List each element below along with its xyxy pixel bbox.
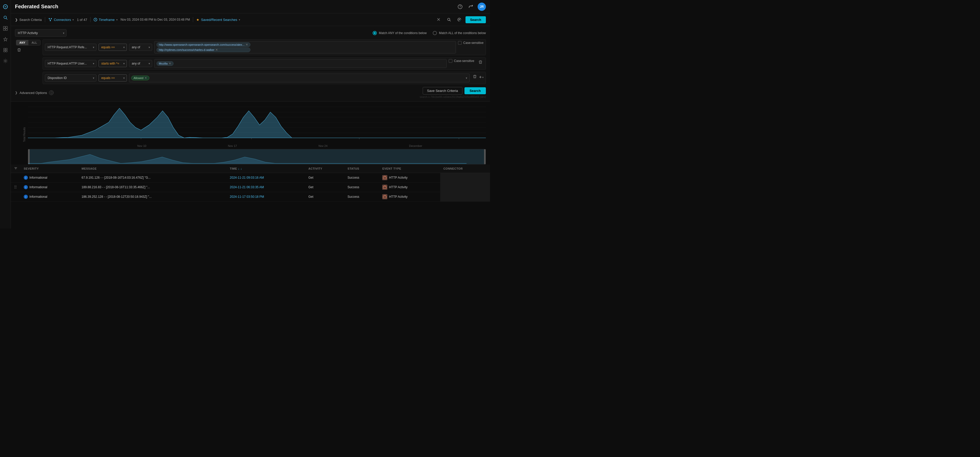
chevron-down-icon2: ▾	[116, 18, 118, 21]
value-tag-3-1[interactable]: Allowed ✕	[131, 76, 150, 80]
table-row[interactable]: i Informational 186.39.252.128 - - [2018…	[11, 192, 490, 201]
time-link-1[interactable]: 2024-11-21 09:03:16 AM	[230, 176, 264, 179]
save-search-button[interactable]: Save Search Criteria	[423, 87, 462, 94]
cell-time-1[interactable]: 2024-11-21 09:03:16 AM	[227, 173, 305, 182]
conditions-list: HTTP Request.HTTP Refe... equals ==	[43, 39, 486, 84]
cell-event-type-2: HTTP Activity	[379, 182, 440, 192]
time-link-3[interactable]: 2024-11-17 03:50:18 PM	[230, 195, 264, 198]
search-icon[interactable]	[445, 16, 453, 24]
field-select-1[interactable]: HTTP Request.HTTP Refe...	[45, 44, 97, 51]
sidebar-icon-logo[interactable]	[1, 2, 10, 11]
cell-time-2[interactable]: 2024-11-21 06:33:35 AM	[227, 182, 305, 192]
avatar[interactable]: JR	[477, 3, 486, 11]
divider3	[193, 17, 193, 22]
tag-close-3-1[interactable]: ✕	[145, 77, 147, 80]
info-icon[interactable]: ⓘ	[49, 90, 54, 95]
match-any-option[interactable]: Match ANY of the conditions below	[373, 31, 426, 35]
value-tag-1-2[interactable]: http://nytimes.com/success/charles-d-wal…	[156, 48, 251, 52]
sidebar-item-star[interactable]	[1, 35, 10, 44]
info-circle-2: i	[24, 185, 28, 189]
close-icon[interactable]: ✕	[434, 16, 443, 24]
modifier-select-1[interactable]: any of all of	[129, 44, 152, 51]
field-select-wrapper-2: HTTP Request.HTTP User...	[45, 60, 97, 67]
match-any-radio[interactable]	[373, 31, 377, 35]
saved-searches-button[interactable]: ★ Saved/Recent Searches ▾	[196, 18, 240, 22]
delete-condition-2-btn[interactable]	[477, 59, 484, 66]
add-criteria-icon[interactable]: +	[455, 16, 463, 24]
cell-message-1: 67.9.191.126 - - [2018-08-16T14:03:16.47…	[78, 173, 227, 182]
advanced-options-label[interactable]: Advanced Options	[20, 91, 47, 95]
sidebar-item-search[interactable]	[1, 13, 10, 22]
table-row[interactable]: ⠿ i Informational 189.88.216.83 - - [201…	[11, 182, 490, 192]
match-all-radio[interactable]	[433, 31, 437, 35]
values-area-1[interactable]: http://www.opensearch-opensearch-opensea…	[154, 41, 456, 53]
connector-cell-1: HTTP Activity	[382, 175, 437, 180]
condition-row-2: HTTP Request.HTTP User... starts with ^=	[43, 58, 486, 70]
svg-marker-42	[28, 108, 486, 138]
dropdown-arrow-3: ▾	[466, 77, 467, 80]
any-all-toggle: ANY ALL	[16, 40, 40, 45]
sidebar-item-settings[interactable]	[1, 56, 10, 66]
match-any-radio-inner	[374, 32, 376, 34]
col-filter[interactable]	[11, 165, 21, 173]
values-area-2[interactable]: Mozilla ✕	[154, 59, 447, 68]
values-area-3[interactable]: Allowed ✕ ▾	[129, 74, 470, 82]
connectors-button[interactable]: Connectors ▾	[48, 18, 74, 22]
share-icon[interactable]	[467, 3, 475, 11]
row-expand-3[interactable]	[11, 192, 21, 201]
search-criteria-toggle[interactable]: ❯ Search Criteria	[15, 18, 42, 22]
operator-select-2[interactable]: starts with ^=	[99, 60, 127, 67]
help-icon[interactable]: ?	[456, 3, 464, 11]
timeframe-button[interactable]: Timeframe ▾	[94, 18, 118, 22]
any-btn[interactable]: ANY	[16, 40, 29, 45]
modifier-select-2[interactable]: any of all of	[129, 60, 152, 67]
event-type-text-1: HTTP Activity	[389, 176, 407, 179]
value-tag-1-1[interactable]: http://www.opensearch-opensearch-opensea…	[156, 42, 251, 47]
row-expand-1[interactable]	[11, 173, 21, 182]
x-label-nov17: Nov 17	[228, 144, 237, 147]
cell-message-3: 186.39.252.128 - - [2018-08-12T20:50:18.…	[78, 192, 227, 201]
value-tag-2-1[interactable]: Mozilla ✕	[156, 61, 173, 66]
sidebar-item-puzzle[interactable]	[1, 45, 10, 55]
field-select-2[interactable]: HTTP Request.HTTP User...	[45, 60, 97, 67]
cell-status-2: Success	[345, 182, 379, 192]
case-sensitive-checkbox-2[interactable]	[449, 59, 452, 63]
all-btn[interactable]: ALL	[29, 40, 40, 45]
svg-text:?: ?	[459, 5, 461, 8]
chart-timeline[interactable]	[28, 149, 486, 165]
operator-select-3[interactable]: equals ==	[99, 74, 127, 81]
case-sensitive-2: Case-sensitive	[449, 59, 474, 63]
time-link-2[interactable]: 2024-11-21 06:33:35 AM	[230, 185, 264, 189]
col-time[interactable]: TIME ↓	[227, 165, 305, 173]
operator-select-wrapper-3: equals ==	[99, 74, 127, 81]
match-all-option[interactable]: Match ALL of the conditions below	[433, 31, 486, 35]
row-expand-2[interactable]: ⠿	[11, 182, 21, 192]
case-sensitive-checkbox-1[interactable]	[458, 41, 461, 45]
activity-select[interactable]: HTTP Activity DNS Activity Email Activit…	[15, 29, 67, 37]
tag-close-2-1[interactable]: ✕	[169, 62, 171, 65]
tag-close-1-1[interactable]: ✕	[245, 43, 248, 46]
severity-badge-1: i Informational	[24, 176, 75, 180]
table-row[interactable]: i Informational 67.9.191.126 - - [2018-0…	[11, 173, 490, 182]
delete-group-btn[interactable]	[16, 47, 22, 54]
results-table[interactable]: SEVERITY MESSAGE TIME ↓ ACTIVITY STATUS …	[11, 165, 490, 228]
x-label-nov24: Nov 24	[318, 144, 328, 147]
sidebar-item-dashboard[interactable]	[1, 24, 10, 33]
case-sensitive-1: Case-sensitive	[458, 41, 484, 45]
delete-condition-3-btn[interactable]	[472, 74, 478, 81]
svg-line-22	[450, 20, 450, 21]
search-button[interactable]: Search	[465, 87, 486, 94]
chevron-right-advanced: ❯	[15, 91, 18, 94]
add-condition-btn[interactable]: + ▾	[479, 75, 484, 80]
operator-select-1[interactable]: equals ==	[99, 44, 127, 51]
info-circle-1: i	[24, 176, 28, 180]
search-header-button[interactable]: Search	[466, 16, 486, 23]
event-type-text-2: HTTP Activity	[389, 185, 407, 189]
field-select-3[interactable]: Disposition ID	[45, 74, 97, 81]
row-expander-2[interactable]: ⠿	[14, 185, 17, 190]
svg-rect-51	[383, 177, 386, 179]
connector-cell-3: HTTP Activity	[382, 194, 437, 199]
search-id: search-1-76b1be88-ca5dee20228a8a2435edf8…	[15, 96, 486, 98]
tag-close-1-2[interactable]: ✕	[215, 48, 218, 51]
cell-time-3[interactable]: 2024-11-17 03:50:18 PM	[227, 192, 305, 201]
